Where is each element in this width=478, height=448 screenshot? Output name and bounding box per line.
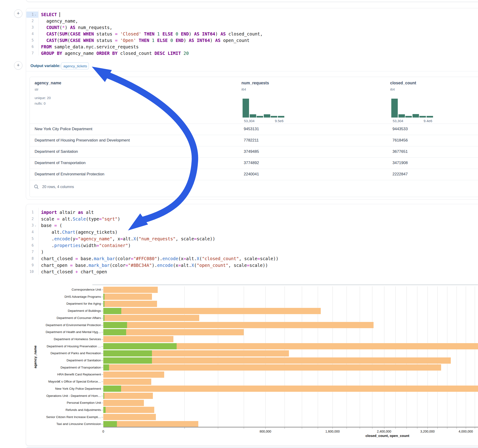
- bar-closed-count[interactable]: [103, 364, 441, 371]
- code-token: "sqrt": [102, 216, 118, 221]
- sql-code-line[interactable]: 6FROM sample_data.nyc.service_requests: [0, 44, 478, 50]
- y-axis-label: Department of Parks and Recreation: [32, 351, 101, 355]
- cell-num-requests: 3774892: [244, 161, 259, 165]
- code-token: =: [183, 256, 186, 261]
- bar-open-count[interactable]: [103, 386, 121, 392]
- table-row[interactable]: Department of Environmental Protection22…: [30, 169, 478, 180]
- bar-closed-count[interactable]: [103, 421, 198, 427]
- sql-code-line[interactable]: 2 agency_name,: [0, 18, 478, 25]
- add-cell-button-output[interactable]: +: [14, 61, 22, 70]
- bar-open-count[interactable]: [103, 421, 117, 427]
- collapse-chevron-icon[interactable]: ⌄: [34, 13, 37, 16]
- code-token: [194, 38, 197, 43]
- y-axis-tick: [101, 318, 103, 318]
- table-row[interactable]: Department of Transportation377489234719…: [30, 157, 478, 169]
- python-code-line[interactable]: 4 alt.Chart(agency_tickets): [0, 229, 478, 236]
- sql-code-line[interactable]: 4 CAST(SUM(CASE WHEN status = 'Closed' T…: [0, 31, 478, 37]
- bar-closed-count[interactable]: [103, 372, 164, 378]
- bar-open-count[interactable]: [103, 315, 104, 321]
- bar-open-count[interactable]: [103, 407, 106, 413]
- code-token: ): [189, 31, 194, 36]
- bar-closed-count[interactable]: [103, 294, 152, 300]
- python-code-line[interactable]: 1import altair as alt: [0, 209, 478, 216]
- bar-open-count[interactable]: [103, 294, 104, 300]
- line-number: 2: [26, 217, 34, 221]
- python-code-line[interactable]: 6 .properties(width="container"): [0, 243, 478, 249]
- table-row[interactable]: Department of Sanitation37494853677651: [30, 146, 478, 157]
- code-token: SUM: [59, 31, 67, 36]
- code-token: =: [54, 223, 57, 228]
- python-code-line[interactable]: 9chart_open = base.mark_bar(color="#8BC3…: [0, 262, 478, 269]
- bar-closed-count[interactable]: [103, 400, 144, 406]
- output-variable-pill[interactable]: agency_tickets: [61, 62, 89, 69]
- bar-open-count[interactable]: [103, 308, 121, 314]
- table-row[interactable]: New York City Police Department945313194…: [30, 124, 478, 135]
- search-icon[interactable]: [34, 184, 39, 190]
- bar-closed-count[interactable]: [103, 322, 374, 328]
- code-token: [41, 25, 46, 30]
- bar-open-count[interactable]: [103, 393, 104, 399]
- bar-closed-count[interactable]: [103, 379, 151, 385]
- code-token: "num_requests": [138, 236, 176, 241]
- bar-open-count[interactable]: [103, 343, 177, 349]
- bar-open-count[interactable]: [103, 301, 104, 307]
- y-axis-tick: [101, 389, 103, 389]
- python-code-line[interactable]: 5 .encode(y="agency_name", x=alt.X("num_…: [0, 236, 478, 242]
- column-header-closed-count[interactable]: closed_count: [390, 81, 416, 86]
- y-axis-tick: [101, 325, 103, 325]
- python-code-line[interactable]: 7): [0, 249, 478, 255]
- bar-closed-count[interactable]: [103, 287, 158, 293]
- gridline: [302, 286, 302, 427]
- code-token: DESC: [155, 51, 165, 56]
- column-header-agency-name[interactable]: agency_name: [35, 81, 61, 86]
- code-token: [155, 38, 157, 43]
- bar-closed-count[interactable]: [103, 315, 199, 321]
- line-number: 8: [26, 256, 34, 261]
- bar-closed-count[interactable]: [103, 386, 478, 392]
- code-token: "open_count": [197, 263, 228, 268]
- code-token: CASE: [70, 31, 81, 36]
- bar-closed-count[interactable]: [103, 357, 451, 364]
- column-header-num-requests[interactable]: num_requests: [241, 81, 269, 86]
- bar-open-count[interactable]: [103, 357, 152, 364]
- bar-open-count[interactable]: [103, 322, 127, 328]
- y-axis-label: Department of Housing Preservation …: [32, 344, 101, 348]
- python-code-text: ): [41, 249, 44, 255]
- line-number: 4: [26, 32, 34, 36]
- bar-open-count[interactable]: [103, 329, 126, 335]
- bar-closed-count[interactable]: [103, 407, 154, 413]
- chart-scroll-strip[interactable]: [92, 284, 478, 285]
- sql-code-line[interactable]: 5 CAST(SUM(CASE WHEN status = 'Open' THE…: [0, 37, 478, 44]
- text-cursor: [59, 12, 60, 17]
- python-code-line[interactable]: 2scale = alt.Scale(type="sqrt"): [0, 216, 478, 222]
- bar-closed-count[interactable]: [103, 308, 321, 314]
- bar-closed-count[interactable]: [103, 336, 173, 342]
- collapse-chevron-icon[interactable]: ⌄: [34, 224, 37, 227]
- table-row[interactable]: Department of Housing Preservation and D…: [30, 135, 478, 146]
- gridline: [428, 286, 428, 427]
- code-token: num_requests,: [75, 25, 112, 30]
- y-axis-label: Operations Unit - Department of Hom…: [32, 394, 101, 398]
- bar-closed-count[interactable]: [103, 301, 157, 307]
- code-token: (x: [173, 263, 178, 268]
- y-axis-tick: [101, 403, 103, 403]
- python-code-text: chart_open = base.mark_bar(color="#8BC34…: [41, 263, 268, 268]
- code-token: (type: [86, 216, 99, 221]
- code-token: =: [126, 263, 128, 268]
- python-code-line[interactable]: 8chart_closed = base.mark_bar(color="#FF…: [0, 255, 478, 262]
- sql-code-line[interactable]: 3 COUNT(*) AS num_requests,: [0, 25, 478, 31]
- histogram-bar: [257, 116, 263, 118]
- code-token: altair: [57, 210, 78, 215]
- cell-closed-count: 2222847: [392, 172, 408, 176]
- sql-code-line[interactable]: 7GROUP BY agency_name ORDER BY closed_co…: [0, 50, 478, 57]
- bar-open-count[interactable]: [103, 350, 152, 356]
- code-token: [41, 38, 46, 43]
- python-code-line[interactable]: 3⌄base = (: [0, 222, 478, 229]
- bar-closed-count[interactable]: [103, 414, 156, 420]
- python-code-line[interactable]: 10chart_closed + chart_open: [0, 269, 478, 275]
- code-token: (: [57, 223, 62, 228]
- bar-closed-count[interactable]: [103, 393, 153, 399]
- sql-code-line[interactable]: 1⌄SELECT: [0, 12, 478, 18]
- code-token: .: [41, 236, 54, 241]
- bar-open-count[interactable]: [103, 364, 109, 371]
